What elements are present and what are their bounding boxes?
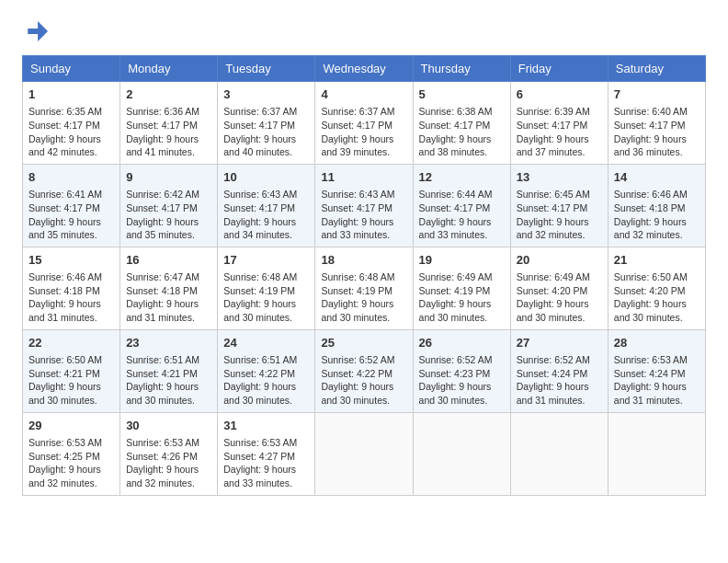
page-header	[22, 18, 706, 44]
daylight-label: Daylight: 9 hours and 36 minutes.	[614, 133, 687, 158]
sunset-label: Sunset: 4:18 PM	[28, 285, 100, 296]
day-number: 30	[126, 418, 211, 434]
day-number: 16	[126, 252, 211, 269]
sunrise-label: Sunrise: 6:43 AM	[223, 189, 297, 200]
day-cell: 2 Sunrise: 6:36 AM Sunset: 4:17 PM Dayli…	[120, 82, 218, 165]
day-cell: 6 Sunrise: 6:39 AM Sunset: 4:17 PM Dayli…	[510, 82, 608, 165]
sunrise-label: Sunrise: 6:52 AM	[517, 354, 590, 365]
sunrise-label: Sunrise: 6:35 AM	[28, 106, 102, 117]
day-number: 11	[321, 169, 406, 186]
week-row-1: 1 Sunrise: 6:35 AM Sunset: 4:17 PM Dayli…	[23, 82, 706, 165]
sunset-label: Sunset: 4:20 PM	[517, 285, 588, 296]
sunset-label: Sunset: 4:23 PM	[419, 368, 491, 379]
daylight-label: Daylight: 9 hours and 30 minutes.	[321, 298, 393, 323]
daylight-label: Daylight: 9 hours and 30 minutes.	[223, 298, 296, 323]
daylight-label: Daylight: 9 hours and 38 minutes.	[419, 133, 492, 158]
sunset-label: Sunset: 4:17 PM	[223, 120, 295, 131]
day-cell: 12 Sunrise: 6:44 AM Sunset: 4:17 PM Dayl…	[413, 164, 510, 247]
day-number: 22	[28, 335, 114, 351]
sunset-label: Sunset: 4:24 PM	[614, 368, 686, 379]
day-cell: 31 Sunrise: 6:53 AM Sunset: 4:27 PM Dayl…	[218, 412, 315, 495]
week-row-3: 15 Sunrise: 6:46 AM Sunset: 4:18 PM Dayl…	[23, 247, 706, 329]
sunset-label: Sunset: 4:24 PM	[517, 368, 588, 379]
day-number: 23	[126, 335, 211, 351]
sunrise-label: Sunrise: 6:53 AM	[614, 354, 688, 365]
day-number: 21	[614, 252, 700, 269]
day-number: 27	[517, 335, 602, 351]
day-cell: 16 Sunrise: 6:47 AM Sunset: 4:18 PM Dayl…	[120, 247, 218, 329]
daylight-label: Daylight: 9 hours and 39 minutes.	[321, 133, 393, 158]
day-cell: 28 Sunrise: 6:53 AM Sunset: 4:24 PM Dayl…	[608, 329, 705, 412]
week-row-4: 22 Sunrise: 6:50 AM Sunset: 4:21 PM Dayl…	[23, 329, 706, 412]
day-number: 15	[28, 252, 114, 269]
daylight-label: Daylight: 9 hours and 31 minutes.	[126, 298, 199, 323]
day-cell: 25 Sunrise: 6:52 AM Sunset: 4:22 PM Dayl…	[315, 329, 413, 412]
daylight-label: Daylight: 9 hours and 42 minutes.	[28, 133, 101, 158]
day-cell: 18 Sunrise: 6:48 AM Sunset: 4:19 PM Dayl…	[315, 247, 413, 329]
sunset-label: Sunset: 4:17 PM	[419, 202, 491, 213]
sunrise-label: Sunrise: 6:45 AM	[517, 189, 590, 200]
day-number: 24	[223, 335, 309, 351]
sunset-label: Sunset: 4:22 PM	[321, 368, 392, 379]
header-friday: Friday	[510, 56, 608, 82]
sunrise-label: Sunrise: 6:43 AM	[321, 189, 394, 200]
sunset-label: Sunset: 4:19 PM	[223, 285, 295, 296]
sunrise-label: Sunrise: 6:52 AM	[419, 354, 493, 365]
day-cell	[315, 412, 413, 495]
sunrise-label: Sunrise: 6:44 AM	[419, 189, 493, 200]
day-cell: 10 Sunrise: 6:43 AM Sunset: 4:17 PM Dayl…	[218, 164, 315, 247]
day-cell: 5 Sunrise: 6:38 AM Sunset: 4:17 PM Dayli…	[413, 82, 510, 165]
header-row: SundayMondayTuesdayWednesdayThursdayFrid…	[23, 56, 706, 82]
day-number: 5	[419, 86, 505, 103]
daylight-label: Daylight: 9 hours and 33 minutes.	[419, 216, 492, 241]
sunset-label: Sunset: 4:17 PM	[28, 120, 100, 131]
day-number: 14	[614, 169, 700, 186]
sunrise-label: Sunrise: 6:51 AM	[126, 354, 199, 365]
daylight-label: Daylight: 9 hours and 30 minutes.	[419, 381, 492, 406]
daylight-label: Daylight: 9 hours and 30 minutes.	[28, 381, 101, 406]
day-number: 13	[517, 169, 602, 186]
day-number: 25	[321, 335, 406, 351]
sunrise-label: Sunrise: 6:53 AM	[28, 437, 102, 448]
day-number: 20	[517, 252, 602, 269]
day-cell: 26 Sunrise: 6:52 AM Sunset: 4:23 PM Dayl…	[413, 329, 510, 412]
sunset-label: Sunset: 4:17 PM	[614, 120, 686, 131]
logo-icon	[22, 18, 48, 44]
daylight-label: Daylight: 9 hours and 33 minutes.	[321, 216, 393, 241]
sunset-label: Sunset: 4:20 PM	[614, 285, 686, 296]
calendar-header: SundayMondayTuesdayWednesdayThursdayFrid…	[23, 56, 706, 82]
sunrise-label: Sunrise: 6:38 AM	[419, 106, 493, 117]
sunrise-label: Sunrise: 6:37 AM	[321, 106, 394, 117]
daylight-label: Daylight: 9 hours and 34 minutes.	[223, 216, 296, 241]
sunrise-label: Sunrise: 6:53 AM	[223, 437, 297, 448]
sunset-label: Sunset: 4:22 PM	[223, 368, 295, 379]
daylight-label: Daylight: 9 hours and 40 minutes.	[223, 133, 296, 158]
sunrise-label: Sunrise: 6:41 AM	[28, 189, 102, 200]
day-cell: 22 Sunrise: 6:50 AM Sunset: 4:21 PM Dayl…	[23, 329, 120, 412]
sunrise-label: Sunrise: 6:53 AM	[126, 437, 199, 448]
sunrise-label: Sunrise: 6:51 AM	[223, 354, 297, 365]
daylight-label: Daylight: 9 hours and 32 minutes.	[28, 464, 101, 488]
day-number: 4	[321, 86, 406, 103]
sunset-label: Sunset: 4:21 PM	[126, 368, 198, 379]
daylight-label: Daylight: 9 hours and 33 minutes.	[223, 464, 296, 488]
sunrise-label: Sunrise: 6:49 AM	[419, 271, 493, 282]
sunrise-label: Sunrise: 6:47 AM	[126, 271, 199, 282]
sunset-label: Sunset: 4:17 PM	[419, 120, 491, 131]
day-number: 26	[419, 335, 505, 351]
daylight-label: Daylight: 9 hours and 30 minutes.	[321, 381, 393, 406]
daylight-label: Daylight: 9 hours and 30 minutes.	[223, 381, 296, 406]
sunrise-label: Sunrise: 6:46 AM	[28, 271, 102, 282]
sunset-label: Sunset: 4:19 PM	[419, 285, 491, 296]
header-wednesday: Wednesday	[315, 56, 413, 82]
daylight-label: Daylight: 9 hours and 32 minutes.	[126, 464, 199, 488]
day-number: 18	[321, 252, 406, 269]
day-cell	[510, 412, 608, 495]
day-cell: 8 Sunrise: 6:41 AM Sunset: 4:17 PM Dayli…	[23, 164, 120, 247]
sunset-label: Sunset: 4:17 PM	[321, 120, 392, 131]
sunset-label: Sunset: 4:18 PM	[126, 285, 198, 296]
daylight-label: Daylight: 9 hours and 32 minutes.	[517, 216, 589, 241]
day-cell: 7 Sunrise: 6:40 AM Sunset: 4:17 PM Dayli…	[608, 82, 705, 165]
week-row-2: 8 Sunrise: 6:41 AM Sunset: 4:17 PM Dayli…	[23, 164, 706, 247]
day-cell: 17 Sunrise: 6:48 AM Sunset: 4:19 PM Dayl…	[218, 247, 315, 329]
